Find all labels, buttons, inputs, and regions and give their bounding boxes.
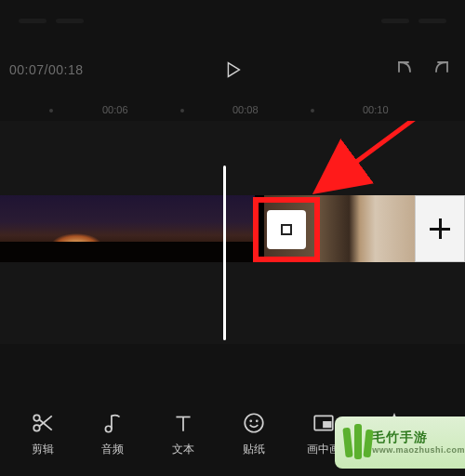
svg-marker-0 <box>228 63 239 77</box>
playhead[interactable] <box>223 165 226 340</box>
redo-button[interactable] <box>428 56 456 84</box>
svg-point-2 <box>33 415 40 421</box>
video-editor-screen: 00:07/00:18 00:06 00:08 00:10 <box>0 0 465 476</box>
ruler-tick: 00:06 <box>102 104 128 115</box>
tool-label: 剪辑 <box>32 442 54 457</box>
clip-1[interactable] <box>0 195 255 262</box>
music-note-icon <box>100 410 126 436</box>
watermark-title: 毛竹手游 <box>372 430 465 445</box>
tool-cut[interactable]: 剪辑 <box>7 410 78 457</box>
clip-track[interactable] <box>0 195 465 262</box>
ruler-tick: 00:10 <box>363 104 389 115</box>
time-indicator: 00:07/00:18 <box>9 62 83 77</box>
watermark: 毛竹手游 www.maozhushi.com <box>335 416 465 469</box>
add-clip-button[interactable] <box>415 195 465 262</box>
transport-bar: 00:07/00:18 <box>0 51 465 88</box>
tool-audio[interactable]: 音频 <box>78 410 149 457</box>
undo-icon <box>393 59 416 81</box>
timeline-area[interactable] <box>0 121 465 344</box>
tool-sticker[interactable]: 贴纸 <box>219 410 289 457</box>
scissors-icon <box>30 410 56 436</box>
play-icon <box>222 60 243 80</box>
redo-icon <box>431 59 453 81</box>
tool-label: 音频 <box>101 442 124 457</box>
svg-point-6 <box>106 426 113 432</box>
text-icon <box>170 410 196 436</box>
status-bar <box>0 19 465 24</box>
svg-line-1 <box>324 121 417 186</box>
play-button[interactable] <box>219 56 246 84</box>
annotation-highlight-box <box>253 197 320 262</box>
svg-point-9 <box>245 414 263 432</box>
svg-point-10 <box>250 420 251 421</box>
watermark-url: www.maozhushi.com <box>372 445 465 456</box>
tool-text[interactable]: 文本 <box>148 410 219 457</box>
ruler-tick: 00:08 <box>232 104 259 115</box>
tool-label: 贴纸 <box>243 442 265 457</box>
undo-button[interactable] <box>391 56 418 84</box>
svg-rect-13 <box>324 421 331 426</box>
pip-icon <box>311 410 337 436</box>
svg-point-3 <box>33 425 40 431</box>
svg-point-11 <box>256 420 257 421</box>
time-ruler[interactable]: 00:06 00:08 00:10 <box>0 100 465 121</box>
sticker-icon <box>241 410 267 436</box>
bamboo-icon <box>342 424 366 461</box>
tool-label: 文本 <box>172 442 194 457</box>
